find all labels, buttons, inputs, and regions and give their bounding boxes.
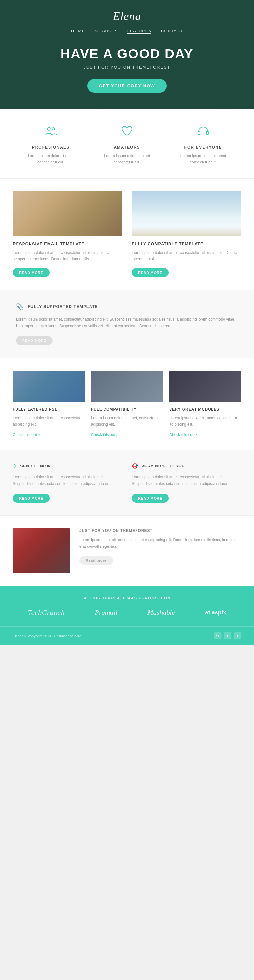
- headphones-icon: [195, 124, 211, 140]
- nav-services[interactable]: SERVICES: [94, 29, 118, 33]
- module-compat-title: FULL COMPATIBILITY: [91, 407, 163, 412]
- send-section: ✈ SEND IT NOW Lorem ipsum dolor sit amet…: [0, 450, 254, 516]
- full-section-text: Lorem ipsum dolor sit amet, consectetur …: [16, 316, 238, 330]
- brand-logo: Elena: [113, 10, 141, 23]
- module-compat-text: Lorem ipsum dolor sit amet, consectetur …: [91, 415, 163, 428]
- footer-bottom: Elenea © copyright 2013 · Unsubscribe he…: [0, 627, 254, 645]
- feature-profesionals-text: Lorem ipsum dolor sit amet consectetur e…: [18, 153, 84, 165]
- features-section: PROFESIONALS Lorem ipsum dolor sit amet …: [0, 108, 254, 179]
- nice-to-see-title: VERY NICE TO SEE: [141, 464, 184, 468]
- footer-social: g+ f t: [214, 633, 241, 640]
- footer-featured-label: ★ THIS TEMPLATE WAS FEATURED ON: [13, 595, 241, 600]
- hero-title: HAVE A GOOD DAY: [61, 46, 194, 62]
- send-now-header: ✈ SEND IT NOW: [13, 463, 122, 469]
- social-twitter[interactable]: t: [234, 633, 241, 640]
- module-great-link[interactable]: Check this out >: [169, 433, 196, 437]
- send-now-text: Lorem ipsum dolor sit amet, consectetur …: [13, 474, 122, 487]
- star-icon: ★: [83, 595, 87, 600]
- brand-techcrunch: TechCrunch: [28, 608, 64, 617]
- nice-to-see: 🎯 VERY NICE TO SEE Lorem ipsum dolor sit…: [132, 463, 241, 503]
- module-psd-title: FULLY LAYERED PSD: [13, 407, 85, 412]
- nav-home[interactable]: HOME: [71, 29, 85, 33]
- module-psd-text: Lorem ipsum dolor sit amet, consectetur …: [13, 415, 85, 428]
- main-nav: HOME SERVICES FEATURES CONTACT: [71, 29, 183, 33]
- svg-point-1: [52, 127, 54, 130]
- bottom-feature-title: JUST FOR YOU ON THEMEFOREST: [79, 528, 241, 533]
- brand-mashable: Mashable: [147, 608, 175, 617]
- full-supported-section: 📎 FULLY SUPPORTED TEMPLATE Lorem ipsum d…: [0, 290, 254, 358]
- footer-featured: ★ THIS TEMPLATE WAS FEATURED ON TechCrun…: [0, 586, 254, 627]
- send-now-btn[interactable]: Read more: [13, 494, 50, 503]
- brand-atlaspix: atlaspix: [205, 609, 226, 616]
- feature-everyone-title: FOR EVERYONE: [184, 145, 222, 150]
- module-great-text: Lorem ipsum dolor sit amet, consectetur …: [169, 415, 241, 428]
- module-psd-image: [13, 371, 85, 402]
- full-section-btn[interactable]: Read more: [16, 336, 53, 345]
- card-responsive-btn[interactable]: Read more: [13, 268, 50, 277]
- module-great: VERY GREAT MODULES Lorem ipsum dolor sit…: [169, 371, 241, 438]
- feature-everyone: FOR EVERYONE Lorem ipsum dolor sit amet …: [165, 124, 241, 165]
- bottom-feature-section: JUST FOR YOU ON THEMEFOREST Lorem ipsum …: [0, 516, 254, 586]
- social-facebook[interactable]: f: [224, 633, 231, 640]
- hero-subtitle: JUST FOR YOU ON THEMEFOREST: [83, 65, 171, 70]
- hero-section: Elena HOME SERVICES FEATURES CONTACT HAV…: [0, 0, 254, 108]
- card-compatible-btn[interactable]: Read more: [132, 268, 169, 277]
- send-icon: ✈: [13, 463, 17, 469]
- brand-promail: Promail: [94, 608, 117, 617]
- hero-cta-button[interactable]: GET YOUR COPY NOW: [87, 79, 166, 93]
- card-compatible-image: [132, 191, 241, 236]
- nav-features[interactable]: FEATURES: [127, 29, 152, 33]
- card-responsive: RESPONSIVE EMAIL TEMPLATE Lorem ipsum do…: [13, 191, 122, 277]
- target-icon: 🎯: [132, 463, 138, 469]
- full-section-title: FULLY SUPPORTED TEMPLATE: [28, 304, 98, 309]
- module-psd: FULLY LAYERED PSD Lorem ipsum dolor sit …: [13, 371, 85, 438]
- feature-amateurs: AMATEURS Lorem ipsum dolor sit amet cons…: [89, 124, 165, 165]
- card-responsive-title: RESPONSIVE EMAIL TEMPLATE: [13, 242, 122, 246]
- brands-row: TechCrunch Promail Mashable atlaspix: [13, 608, 241, 617]
- footer-featured-text: THIS TEMPLATE WAS FEATURED ON: [90, 596, 171, 600]
- card-responsive-image: [13, 191, 122, 236]
- paperclip-icon: 📎: [16, 303, 24, 310]
- feature-profesionals: PROFESIONALS Lorem ipsum dolor sit amet …: [13, 124, 89, 165]
- module-great-image: [169, 371, 241, 402]
- svg-point-0: [47, 127, 51, 130]
- send-now-title: SEND IT NOW: [20, 464, 51, 468]
- send-now: ✈ SEND IT NOW Lorem ipsum dolor sit amet…: [13, 463, 122, 503]
- module-compat-link[interactable]: Check this out >: [91, 433, 118, 437]
- bottom-feature-text: Lorem ipsum dolor sit amet, consectetur …: [79, 537, 241, 550]
- nice-to-see-text: Lorem ipsum dolor sit amet, consectetur …: [132, 474, 241, 487]
- people-icon: [43, 124, 59, 140]
- full-section-header: 📎 FULLY SUPPORTED TEMPLATE: [16, 303, 238, 310]
- card-compatible-title: FULLY COMPATIBLE TEMPLATE: [132, 242, 241, 246]
- bottom-feature-btn[interactable]: Read more: [79, 556, 113, 565]
- card-compatible: FULLY COMPATIBLE TEMPLATE Lorem ipsum do…: [132, 191, 241, 277]
- module-great-title: VERY GREAT MODULES: [169, 407, 241, 412]
- module-psd-link[interactable]: Check this out >: [13, 433, 40, 437]
- nav-contact[interactable]: CONTACT: [161, 29, 183, 33]
- three-col-modules: FULLY LAYERED PSD Lorem ipsum dolor sit …: [0, 358, 254, 450]
- card-compatible-text: Lorem ipsum dolor sit amet, consectetur …: [132, 250, 241, 262]
- feature-amateurs-text: Lorem ipsum dolor sit amet consectetur e…: [94, 153, 160, 165]
- bottom-feature-image: [13, 528, 70, 573]
- feature-amateurs-title: AMATEURS: [113, 145, 140, 150]
- module-compat-image: [91, 371, 163, 402]
- social-gplus[interactable]: g+: [214, 633, 221, 640]
- feature-profesionals-title: PROFESIONALS: [32, 145, 70, 150]
- nice-to-see-header: 🎯 VERY NICE TO SEE: [132, 463, 241, 469]
- feature-everyone-text: Lorem ipsum dolor sit amet consectetur e…: [170, 153, 236, 165]
- nice-to-see-btn[interactable]: Read more: [132, 494, 169, 503]
- footer-copyright: Elenea © copyright 2013 · Unsubscribe he…: [13, 634, 81, 638]
- two-col-cards: RESPONSIVE EMAIL TEMPLATE Lorem ipsum do…: [0, 179, 254, 290]
- module-compat: FULL COMPATIBILITY Lorem ipsum dolor sit…: [91, 371, 163, 438]
- heart-icon: [119, 124, 135, 140]
- card-responsive-text: Lorem ipsum dolor sit amet, consectetur …: [13, 250, 122, 262]
- bottom-feature-content: JUST FOR YOU ON THEMEFOREST Lorem ipsum …: [79, 528, 241, 565]
